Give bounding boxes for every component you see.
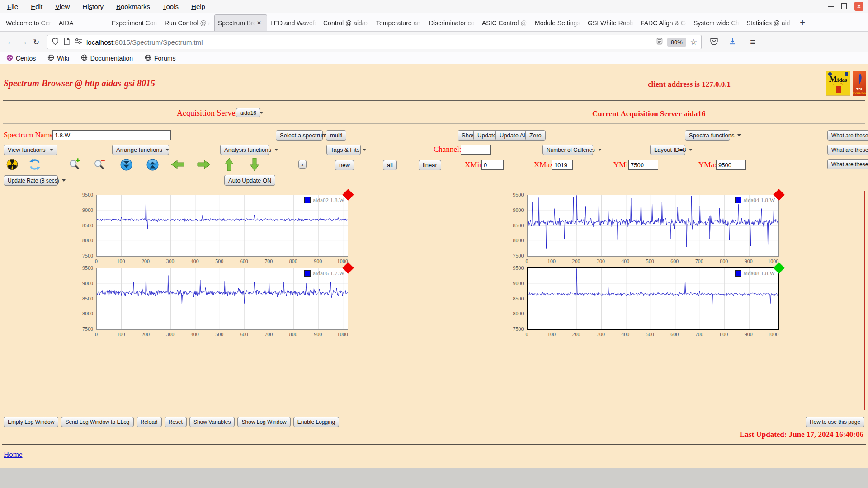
refresh-icon[interactable] <box>28 158 42 171</box>
move-down-icon[interactable] <box>248 158 261 171</box>
plot-area[interactable]: aida06 1.7.W <box>96 268 348 330</box>
move-right-icon[interactable] <box>197 158 211 171</box>
how-to-use-button[interactable]: How to use this page <box>806 417 864 427</box>
menu-history[interactable]: History <box>82 3 104 10</box>
tuner-icon[interactable] <box>74 38 82 46</box>
zoom-level-badge[interactable]: 80% <box>667 38 686 47</box>
forward-icon[interactable]: → <box>17 36 30 48</box>
move-left-icon[interactable] <box>171 158 184 171</box>
tab-close-icon[interactable]: ✕ <box>257 20 261 26</box>
ymax-input[interactable] <box>716 160 746 170</box>
tab-statistics-aid[interactable]: Statistics @ aid <box>743 14 796 31</box>
zoom-in-icon[interactable] <box>68 158 81 171</box>
url-text[interactable]: localhost:8015/Spectrum/Spectrum.tml <box>86 38 203 46</box>
view-functions-dropdown[interactable]: View functions <box>4 145 57 155</box>
tab-discriminator-co[interactable]: Discriminator co <box>426 14 479 31</box>
expand-y-icon[interactable] <box>146 158 159 171</box>
multi-button[interactable]: multi <box>326 130 346 141</box>
update-rate-dropdown[interactable]: Update Rate (8 secs) <box>4 175 58 186</box>
move-up-icon[interactable] <box>222 158 236 171</box>
menu-bookmarks[interactable]: Bookmarks <box>116 3 150 10</box>
acquisition-server-select[interactable]: aida16 <box>236 108 260 117</box>
url-bar[interactable]: localhost:8015/Spectrum/Spectrum.tml 80%… <box>47 35 702 49</box>
linear-button[interactable]: linear <box>419 160 441 170</box>
arrange-functions-dropdown[interactable]: Arrange functions <box>112 145 169 155</box>
home-link[interactable]: Home <box>4 450 23 459</box>
xmin-input[interactable] <box>481 160 504 170</box>
show-log-window-button[interactable]: Show Log Window <box>237 417 290 427</box>
gallery-cell-6[interactable] <box>434 338 865 410</box>
menu-icon[interactable]: ≡ <box>746 36 759 48</box>
what-are-these-button-3[interactable]: What are these? <box>827 159 868 169</box>
tags-fits-dropdown[interactable]: Tags & Fits <box>326 145 361 155</box>
enable-logging-button[interactable]: Enable Logging <box>293 417 339 427</box>
new-button[interactable]: new <box>335 160 354 170</box>
menu-view[interactable]: View <box>55 3 70 10</box>
close-icon[interactable]: ✕ <box>854 2 863 11</box>
compress-y-icon[interactable] <box>119 158 133 171</box>
plot-area[interactable]: aida04 1.8.W <box>527 195 779 257</box>
tab-run-control-a[interactable]: Run Control @ a <box>161 14 214 31</box>
xmax-input[interactable] <box>552 160 573 170</box>
what-are-these-button-1[interactable]: What are these? <box>827 130 868 141</box>
auto-update-button[interactable]: Auto Update ON <box>224 175 275 186</box>
plot-area[interactable]: aida02 1.8.W <box>96 195 348 257</box>
select-spectrum-dropdown[interactable]: Select a spectrum <box>276 130 323 141</box>
tab-gsi-white-rabbi[interactable]: GSI White Rabbi <box>585 14 637 31</box>
menu-file[interactable]: File <box>7 3 18 10</box>
gallery-cell-3[interactable]: 75008000850090009500aida06 1.7.W01002003… <box>3 264 434 338</box>
download-icon[interactable] <box>728 37 736 47</box>
menu-help[interactable]: Help <box>191 3 205 10</box>
bookmark-forums[interactable]: Forums <box>145 54 175 62</box>
minimize-icon[interactable] <box>828 6 834 7</box>
spectrum-name-input[interactable] <box>52 130 171 140</box>
analysis-functions-dropdown[interactable]: Analysis functions <box>220 145 269 155</box>
page-icon[interactable] <box>63 38 70 47</box>
gallery-cell-4[interactable]: 75008000850090009500aida08 1.8.W01002003… <box>434 264 865 338</box>
what-are-these-button-2[interactable]: What are these? <box>827 145 868 155</box>
layout-id-dropdown[interactable]: Layout ID=8 <box>650 145 685 155</box>
tab-spectrum-brow[interactable]: Spectrum Brow✕ <box>214 14 267 31</box>
menu-edit[interactable]: Edit <box>31 3 42 10</box>
bookmark-centos[interactable]: Centos <box>6 54 36 62</box>
send-log-window-to-elog-button[interactable]: Send Log Window to ELog <box>61 417 133 427</box>
tab-temperature-an[interactable]: Temperature an <box>373 14 426 31</box>
bookmark-wiki[interactable]: Wiki <box>47 54 69 62</box>
spectra-functions-dropdown[interactable]: Spectra functions <box>685 130 730 141</box>
reader-mode-icon[interactable] <box>656 38 663 47</box>
gallery-cell-1[interactable]: 75008000850090009500aida02 1.8.W01002003… <box>3 191 434 264</box>
tab-control-aidas[interactable]: Control @ aidas <box>320 14 373 31</box>
shield-icon[interactable] <box>52 38 59 47</box>
tab-experiment-cont[interactable]: Experiment Cont <box>108 14 161 31</box>
number-of-galleries-dropdown[interactable]: Number of Galleries <box>542 145 593 155</box>
pocket-icon[interactable] <box>710 37 718 47</box>
tab-welcome-to-cen[interactable]: Welcome to Cen <box>3 14 56 31</box>
bookmark-documentation[interactable]: Documentation <box>81 54 133 62</box>
maximize-icon[interactable] <box>841 3 847 9</box>
new-tab-button[interactable]: + <box>796 14 809 31</box>
tab-fadc-align-co[interactable]: FADC Align & Co <box>637 14 690 31</box>
gallery-cell-2[interactable]: 75008000850090009500aida04 1.8.W01002003… <box>434 191 865 264</box>
gallery-cell-5[interactable] <box>3 338 434 410</box>
show-variables-button[interactable]: Show Variables <box>189 417 235 427</box>
all-button[interactable]: all <box>383 160 397 170</box>
channel-input[interactable] <box>461 145 491 155</box>
reload-button[interactable]: Reload <box>137 417 162 427</box>
menu-tools[interactable]: Tools <box>163 3 179 10</box>
zoom-out-icon[interactable] <box>93 158 106 171</box>
plot-area[interactable]: aida08 1.8.W <box>527 267 779 330</box>
ymin-input[interactable] <box>628 160 658 170</box>
back-icon[interactable]: ← <box>5 36 17 48</box>
reload-icon[interactable]: ↻ <box>30 36 42 48</box>
tab-asic-control[interactable]: ASIC Control @ <box>479 14 532 31</box>
zero-button[interactable]: Zero <box>525 130 546 141</box>
reset-button[interactable]: Reset <box>165 417 187 427</box>
tab-led-and-wavefo[interactable]: LED and Wavefo <box>267 14 320 31</box>
tab-system-wide-ch[interactable]: System wide Ch <box>690 14 743 31</box>
x-button[interactable]: x <box>298 160 307 169</box>
tab-module-settings[interactable]: Module Settings <box>532 14 585 31</box>
empty-log-window-button[interactable]: Empty Log Window <box>4 417 58 427</box>
radiation-icon[interactable] <box>5 158 19 171</box>
bookmark-star-icon[interactable]: ☆ <box>690 38 697 47</box>
tab-aida[interactable]: AIDA <box>56 14 108 31</box>
